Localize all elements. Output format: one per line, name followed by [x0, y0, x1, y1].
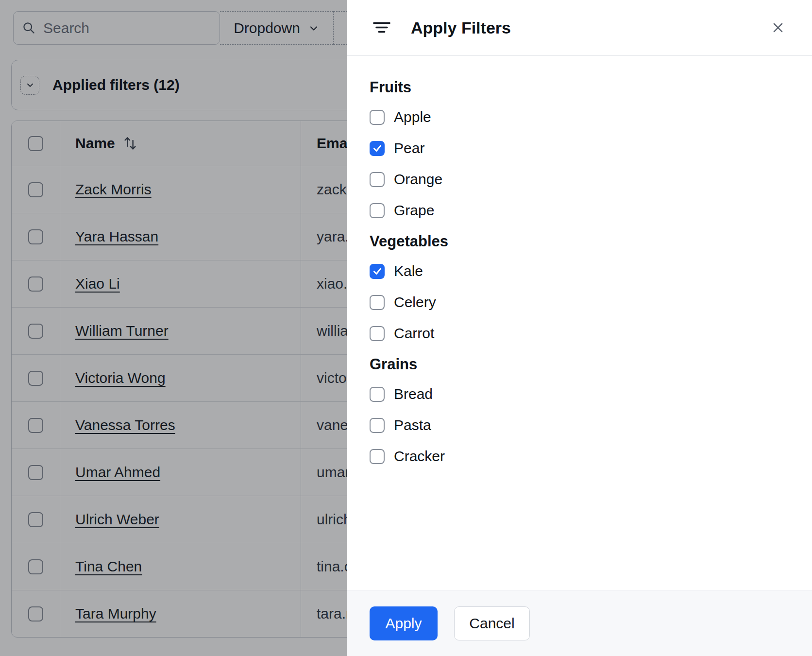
- checkbox[interactable]: [370, 172, 385, 187]
- filter-option[interactable]: Grape: [370, 200, 793, 221]
- filter-lines-icon: [372, 20, 391, 35]
- filter-option[interactable]: Pear: [370, 138, 793, 159]
- filter-option[interactable]: Bread: [370, 383, 793, 405]
- filter-option[interactable]: Apple: [370, 106, 793, 128]
- filter-option-label: Orange: [394, 171, 442, 188]
- close-button[interactable]: [769, 19, 787, 36]
- filter-option-label: Celery: [394, 294, 436, 311]
- filter-option-label: Apple: [394, 109, 431, 125]
- filter-section-grains: Grains Bread: [370, 356, 793, 467]
- app-window: Dropdown Applied filters (12): [0, 0, 812, 656]
- filter-option-label: Grape: [394, 202, 434, 219]
- filter-section-vegetables: Vegetables Kale: [370, 233, 793, 344]
- section-heading: Fruits: [370, 79, 793, 96]
- section-heading: Vegetables: [370, 233, 793, 250]
- filter-option-label: Kale: [394, 263, 423, 279]
- section-items: Kale Celery: [370, 260, 793, 344]
- drawer-footer: Apply Cancel: [347, 590, 812, 656]
- filter-option[interactable]: Cracker: [370, 446, 793, 467]
- checkbox[interactable]: [370, 418, 385, 433]
- checkbox[interactable]: [370, 326, 385, 341]
- filter-option-label: Cracker: [394, 448, 445, 465]
- checkbox[interactable]: [370, 295, 385, 310]
- filter-drawer: Apply Filters Fruits: [347, 0, 812, 656]
- checkbox[interactable]: [370, 449, 385, 464]
- checkbox[interactable]: [370, 203, 385, 218]
- section-items: Apple Pear: [370, 106, 793, 221]
- close-icon: [771, 20, 785, 35]
- filter-option-label: Pear: [394, 140, 424, 156]
- drawer-body: Fruits Apple: [347, 56, 812, 590]
- checkbox[interactable]: [370, 387, 385, 402]
- filter-option-label: Pasta: [394, 417, 431, 433]
- filter-option-label: Bread: [394, 386, 433, 402]
- drawer-header: Apply Filters: [347, 0, 812, 56]
- checkmark-icon: [372, 266, 383, 276]
- filter-option[interactable]: Kale: [370, 260, 793, 282]
- filter-option[interactable]: Celery: [370, 292, 793, 313]
- apply-button[interactable]: Apply: [370, 606, 438, 640]
- filter-section-fruits: Fruits Apple: [370, 79, 793, 221]
- section-heading: Grains: [370, 356, 793, 373]
- checkmark-icon: [372, 143, 383, 154]
- section-items: Bread Pasta: [370, 383, 793, 467]
- checkbox[interactable]: [370, 264, 385, 279]
- filter-option[interactable]: Carrot: [370, 323, 793, 344]
- filter-option[interactable]: Orange: [370, 169, 793, 190]
- cancel-button[interactable]: Cancel: [454, 606, 530, 640]
- filter-option[interactable]: Pasta: [370, 414, 793, 436]
- drawer-title: Apply Filters: [411, 18, 511, 37]
- checkbox[interactable]: [370, 141, 385, 156]
- filter-option-label: Carrot: [394, 325, 434, 342]
- checkbox[interactable]: [370, 110, 385, 125]
